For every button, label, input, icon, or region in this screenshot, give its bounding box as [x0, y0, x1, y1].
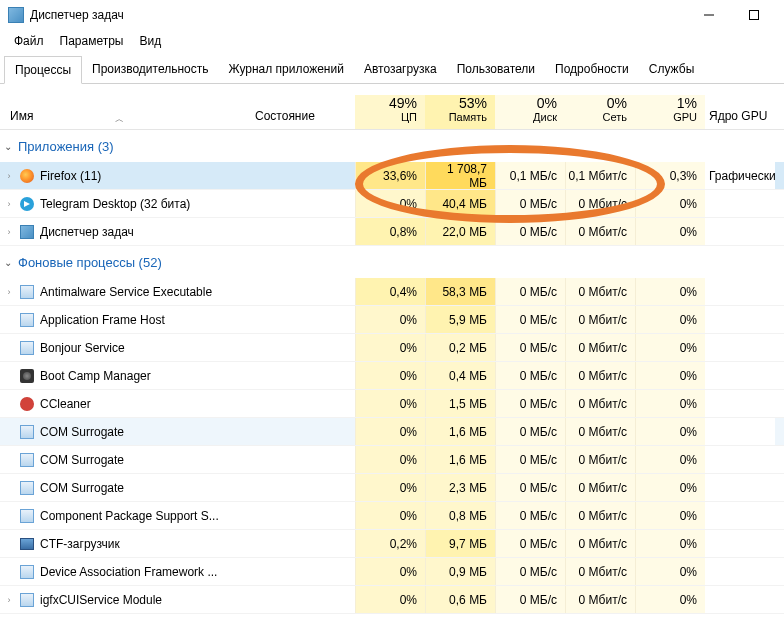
menu-file[interactable]: Файл	[6, 32, 52, 50]
table-row[interactable]: ›Telegram Desktop (32 бита)0%40,4 МБ0 МБ…	[0, 190, 784, 218]
cell-cpu: 0%	[355, 446, 425, 473]
col-name[interactable]: ︿ Имя	[0, 109, 255, 129]
tab-users[interactable]: Пользователи	[447, 56, 545, 83]
process-name: igfxCUIService Module	[36, 593, 255, 607]
cell-cpu: 0%	[355, 418, 425, 445]
cell-cpu: 0,2%	[355, 530, 425, 557]
cell-gpu: 0%	[635, 502, 705, 529]
titlebar: Диспетчер задач	[0, 0, 784, 30]
expand-icon[interactable]: ›	[0, 287, 18, 297]
cell-memory: 0,4 МБ	[425, 362, 495, 389]
expand-icon[interactable]: ›	[0, 199, 18, 209]
cell-gpu-engine	[705, 390, 775, 417]
col-disk[interactable]: 0% Диск	[495, 95, 565, 129]
process-icon	[18, 224, 36, 240]
col-cpu[interactable]: 49% ЦП	[355, 95, 425, 129]
cell-gpu: 0%	[635, 362, 705, 389]
col-state[interactable]: Состояние	[255, 109, 355, 129]
cell-gpu: 0%	[635, 558, 705, 585]
table-row[interactable]: ›Firefox (11)33,6%1 708,7 МБ0,1 МБ/с0,1 …	[0, 162, 784, 190]
cell-network: 0 Мбит/с	[565, 362, 635, 389]
col-memory[interactable]: 53% Память	[425, 95, 495, 129]
expand-icon[interactable]: ›	[0, 595, 18, 605]
apps-rows: ›Firefox (11)33,6%1 708,7 МБ0,1 МБ/с0,1 …	[0, 162, 784, 246]
disk-total: 0%	[495, 95, 557, 111]
cell-disk: 0 МБ/с	[495, 446, 565, 473]
cell-cpu: 0%	[355, 362, 425, 389]
net-label: Сеть	[565, 111, 627, 123]
cell-memory: 0,2 МБ	[425, 334, 495, 361]
cell-gpu: 0%	[635, 190, 705, 217]
group-apps[interactable]: ⌄ Приложения (3)	[0, 130, 784, 162]
window-title: Диспетчер задач	[30, 8, 686, 22]
expand-icon[interactable]: ›	[0, 171, 18, 181]
process-name: Boot Camp Manager	[36, 369, 255, 383]
bg-rows: ›Antimalware Service Executable0,4%58,3 …	[0, 278, 784, 614]
cell-gpu-engine	[705, 218, 775, 245]
mem-total: 53%	[425, 95, 487, 111]
table-row[interactable]: ›Antimalware Service Executable0,4%58,3 …	[0, 278, 784, 306]
col-network[interactable]: 0% Сеть	[565, 95, 635, 129]
cell-gpu-engine	[705, 502, 775, 529]
process-icon	[18, 480, 36, 496]
cell-cpu: 0%	[355, 502, 425, 529]
tab-details[interactable]: Подробности	[545, 56, 639, 83]
process-icon	[18, 340, 36, 356]
menu-options[interactable]: Параметры	[52, 32, 132, 50]
cell-network: 0 Мбит/с	[565, 334, 635, 361]
process-name: Telegram Desktop (32 бита)	[36, 197, 255, 211]
cell-memory: 1,5 МБ	[425, 390, 495, 417]
cell-cpu: 0%	[355, 190, 425, 217]
process-name: Bonjour Service	[36, 341, 255, 355]
cell-gpu-engine	[705, 334, 775, 361]
app-icon	[8, 7, 24, 23]
chevron-down-icon: ⌄	[4, 257, 16, 268]
tab-performance[interactable]: Производительность	[82, 56, 218, 83]
cell-gpu: 0%	[635, 390, 705, 417]
table-row[interactable]: CCleaner0%1,5 МБ0 МБ/с0 Мбит/с0%	[0, 390, 784, 418]
col-gpu-engine[interactable]: Ядро GPU	[705, 109, 775, 129]
cell-disk: 0 МБ/с	[495, 190, 565, 217]
minimize-button[interactable]	[686, 1, 731, 30]
cell-network: 0,1 Мбит/с	[565, 162, 635, 189]
table-row[interactable]: Application Frame Host0%5,9 МБ0 МБ/с0 Мб…	[0, 306, 784, 334]
cell-disk: 0 МБ/с	[495, 390, 565, 417]
process-name: Antimalware Service Executable	[36, 285, 255, 299]
table-row[interactable]: COM Surrogate0%1,6 МБ0 МБ/с0 Мбит/с0%	[0, 446, 784, 474]
table-row[interactable]: Boot Camp Manager0%0,4 МБ0 МБ/с0 Мбит/с0…	[0, 362, 784, 390]
table-row[interactable]: Component Package Support S...0%0,8 МБ0 …	[0, 502, 784, 530]
process-icon	[18, 312, 36, 328]
maximize-button[interactable]	[731, 1, 776, 30]
process-name: Firefox (11)	[36, 169, 255, 183]
table-row[interactable]: COM Surrogate0%2,3 МБ0 МБ/с0 Мбит/с0%	[0, 474, 784, 502]
group-bg-title: Фоновые процессы (52)	[16, 255, 162, 270]
col-gpu[interactable]: 1% GPU	[635, 95, 705, 129]
cell-network: 0 Мбит/с	[565, 586, 635, 613]
table-row[interactable]: CTF-загрузчик0,2%9,7 МБ0 МБ/с0 Мбит/с0%	[0, 530, 784, 558]
process-icon	[18, 508, 36, 524]
table-row[interactable]: ›Диспетчер задач0,8%22,0 МБ0 МБ/с0 Мбит/…	[0, 218, 784, 246]
cell-gpu: 0%	[635, 334, 705, 361]
cell-memory: 1,6 МБ	[425, 418, 495, 445]
cell-memory: 1 708,7 МБ	[425, 162, 495, 189]
group-bg[interactable]: ⌄ Фоновые процессы (52)	[0, 246, 784, 278]
cell-gpu-engine: Графически	[705, 162, 775, 189]
menu-view[interactable]: Вид	[131, 32, 169, 50]
table-row[interactable]: Bonjour Service0%0,2 МБ0 МБ/с0 Мбит/с0%	[0, 334, 784, 362]
tab-services[interactable]: Службы	[639, 56, 704, 83]
tab-app-history[interactable]: Журнал приложений	[219, 56, 354, 83]
tab-processes[interactable]: Процессы	[4, 56, 82, 84]
tab-startup[interactable]: Автозагрузка	[354, 56, 447, 83]
process-name: Application Frame Host	[36, 313, 255, 327]
column-headers: ︿ Имя Состояние 49% ЦП 53% Память 0% Дис…	[0, 84, 784, 130]
cell-cpu: 0%	[355, 390, 425, 417]
process-name: COM Surrogate	[36, 425, 255, 439]
cell-memory: 0,6 МБ	[425, 586, 495, 613]
expand-icon[interactable]: ›	[0, 227, 18, 237]
table-row[interactable]: COM Surrogate0%1,6 МБ0 МБ/с0 Мбит/с0%	[0, 418, 784, 446]
table-row[interactable]: Device Association Framework ...0%0,9 МБ…	[0, 558, 784, 586]
table-row[interactable]: ›igfxCUIService Module0%0,6 МБ0 МБ/с0 Мб…	[0, 586, 784, 614]
process-icon	[18, 536, 36, 552]
gpu-total: 1%	[635, 95, 697, 111]
process-icon	[18, 168, 36, 184]
